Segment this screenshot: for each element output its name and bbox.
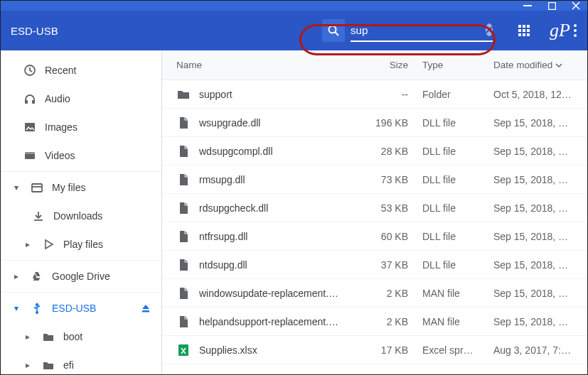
clear-search-button[interactable] <box>486 23 493 36</box>
search-button[interactable] <box>322 19 345 42</box>
sidebar-item-label: Play files <box>63 239 103 250</box>
sidebar-item-label: Videos <box>45 150 75 161</box>
drive-icon <box>29 270 45 283</box>
file-row[interactable]: support--FolderOct 5, 2018, 12… <box>162 80 587 109</box>
eject-button[interactable] <box>140 303 151 314</box>
download-icon <box>31 210 46 222</box>
file-size: -- <box>360 89 417 100</box>
svg-rect-18 <box>32 100 35 104</box>
image-icon <box>22 121 38 134</box>
svg-rect-9 <box>527 29 530 32</box>
file-row[interactable]: ntdsupg.dll37 KBDLL fileSep 15, 2018, … <box>162 251 587 279</box>
chevron-right-icon: ▸ <box>11 271 22 281</box>
file-size: 17 KB <box>360 344 417 356</box>
column-size[interactable]: Size <box>360 60 417 70</box>
svg-rect-24 <box>142 310 149 312</box>
sidebar-item-recent[interactable]: Recent <box>1 56 161 85</box>
file-date: Sep 15, 2018, … <box>488 117 587 129</box>
sidebar-item-label: boot <box>63 331 82 342</box>
svg-point-15 <box>574 34 577 37</box>
location-title: ESD-USB <box>11 25 58 37</box>
grid-icon <box>518 24 530 37</box>
svg-rect-0 <box>523 5 532 6</box>
file-name: ntfrsupg.dll <box>199 231 247 242</box>
sidebar-item-esdusb[interactable]: ▾ ESD-USB <box>1 294 161 322</box>
sidebar-item-playfiles[interactable]: ▸ Play files <box>1 230 161 259</box>
more-options-button[interactable] <box>573 23 577 38</box>
close-button[interactable] <box>572 1 580 10</box>
sidebar-item-boot[interactable]: ▸ boot <box>1 322 161 351</box>
file-type: DLL file <box>417 231 488 242</box>
svg-point-2 <box>329 26 336 33</box>
sidebar-item-myfiles[interactable]: ▾ My files <box>1 173 161 202</box>
sidebar-item-gdrive[interactable]: ▸ Google Drive <box>1 262 161 290</box>
file-row[interactable]: wdsupgcompl.dll28 KBDLL fileSep 15, 2018… <box>162 137 587 165</box>
video-icon <box>22 149 38 162</box>
window-titlebar <box>1 1 587 11</box>
file-name: rdsupgcheck.dll <box>199 202 268 214</box>
svg-rect-21 <box>25 152 35 154</box>
file-size: 2 KB <box>360 316 417 327</box>
sidebar-item-videos[interactable]: Videos <box>1 141 161 170</box>
svg-point-14 <box>574 29 577 32</box>
svg-rect-4 <box>518 25 521 28</box>
sort-desc-icon <box>555 62 562 69</box>
toggle-view-button[interactable] <box>514 21 534 40</box>
svg-line-3 <box>336 33 339 36</box>
file-type: MAN file <box>417 288 488 299</box>
column-type[interactable]: Type <box>417 60 488 70</box>
file-icon <box>176 230 189 243</box>
brand-logo: gP <box>550 20 570 41</box>
svg-rect-12 <box>527 33 530 36</box>
file-row[interactable]: helpandsupport-replacement.…2 KBMAN file… <box>162 308 587 336</box>
sidebar-item-audio[interactable]: Audio <box>1 85 161 113</box>
file-row[interactable]: rdsupgcheck.dll53 KBDLL fileSep 15, 2018… <box>162 194 587 222</box>
column-name[interactable]: Name <box>162 60 360 70</box>
file-date: Sep 15, 2018, … <box>488 259 587 271</box>
file-icon <box>176 145 189 158</box>
file-row[interactable]: rmsupg.dll73 KBDLL fileSep 15, 2018, … <box>162 165 587 194</box>
svg-rect-5 <box>523 25 525 28</box>
sidebar-item-label: ESD-USB <box>52 303 96 314</box>
search-icon <box>327 24 340 37</box>
file-row[interactable]: windowsupdate-replacement.…2 KBMAN fileS… <box>162 279 587 308</box>
chevron-right-icon: ▸ <box>22 239 33 249</box>
file-type: DLL file <box>417 259 488 271</box>
file-date: Sep 15, 2018, … <box>488 231 587 242</box>
chevron-right-icon: ▸ <box>22 360 33 370</box>
headphones-icon <box>22 92 38 105</box>
search-input[interactable] <box>351 24 486 36</box>
sidebar-item-label: Downloads <box>53 210 102 222</box>
file-rows: support--FolderOct 5, 2018, 12…wsupgrade… <box>162 80 587 374</box>
sidebar-item-efi[interactable]: ▸ efi <box>1 351 161 374</box>
chevron-right-icon: ▸ <box>22 332 33 342</box>
column-date[interactable]: Date modified <box>488 60 587 70</box>
file-row[interactable]: ntfrsupg.dll60 KBDLL fileSep 15, 2018, … <box>162 222 587 251</box>
file-name: support <box>199 89 232 100</box>
file-row[interactable]: wsupgrade.dll196 KBDLL fileSep 15, 2018,… <box>162 109 587 137</box>
file-size: 53 KB <box>360 202 417 214</box>
file-date: Oct 5, 2018, 12… <box>488 89 587 100</box>
svg-rect-6 <box>527 25 530 28</box>
file-icon <box>176 287 189 300</box>
svg-rect-11 <box>523 33 525 36</box>
minimize-button[interactable] <box>523 1 532 10</box>
spreadsheet-icon <box>176 344 189 357</box>
file-date: Aug 3, 2017, 7:… <box>488 344 587 356</box>
file-date: Sep 15, 2018, … <box>488 288 587 299</box>
file-size: 2 KB <box>360 288 417 299</box>
file-row[interactable]: Supplies.xlsx17 KBExcel spr…Aug 3, 2017,… <box>162 336 587 364</box>
file-icon <box>176 173 189 186</box>
file-type: DLL file <box>417 146 488 157</box>
sidebar-item-label: Images <box>45 121 77 133</box>
close-icon <box>486 26 493 33</box>
sidebar-item-images[interactable]: Images <box>1 113 161 141</box>
svg-rect-8 <box>523 29 525 32</box>
sidebar-item-downloads[interactable]: Downloads <box>1 202 161 230</box>
maximize-button[interactable] <box>547 1 556 10</box>
file-date: Sep 15, 2018, … <box>488 316 587 327</box>
svg-rect-1 <box>548 2 555 9</box>
file-icon <box>176 116 189 129</box>
eject-icon <box>140 303 151 314</box>
column-headers: Name Size Type Date modified <box>162 50 587 80</box>
